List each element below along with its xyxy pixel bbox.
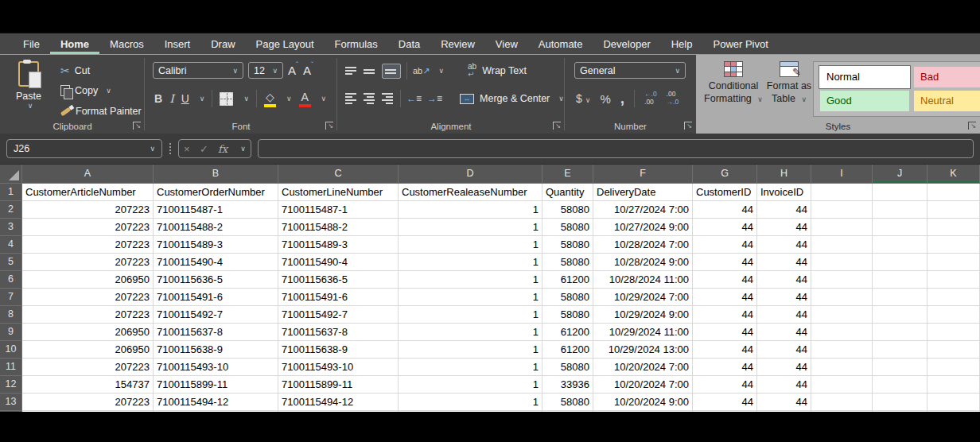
cell-C12[interactable]: 7100115899-11 (278, 376, 399, 394)
cell-A8[interactable]: 207223 (22, 306, 154, 324)
cell-E6[interactable]: 61200 (542, 271, 593, 289)
align-top-button[interactable] (345, 65, 358, 76)
cell-G8[interactable]: 44 (693, 306, 757, 324)
cell-E7[interactable]: 58080 (542, 289, 593, 306)
cell-K6[interactable] (928, 271, 980, 289)
cell-A4[interactable]: 207223 (22, 236, 154, 254)
cell-K9[interactable] (928, 324, 980, 341)
cell-E11[interactable]: 58080 (542, 359, 593, 376)
cell-D7[interactable]: 1 (399, 289, 542, 306)
decrease-indent-button[interactable]: ←≡ (406, 93, 422, 104)
tab-macros[interactable]: Macros (99, 33, 154, 54)
align-bottom-button[interactable] (382, 64, 401, 79)
orientation-button[interactable]: ab↗ (413, 66, 430, 76)
cell-I6[interactable] (811, 271, 873, 289)
cell-G7[interactable]: 44 (693, 289, 757, 306)
cell-B1[interactable]: CustomerOrderNumber (154, 184, 278, 201)
cell-H4[interactable]: 44 (757, 236, 811, 254)
column-header-C[interactable]: C (278, 165, 399, 184)
cell-A13[interactable]: 207223 (22, 394, 154, 411)
cell-J3[interactable] (873, 219, 928, 236)
cell-D3[interactable]: 1 (399, 219, 542, 236)
fill-color-button[interactable]: ◇ (264, 91, 276, 107)
cell-E12[interactable]: 33936 (542, 376, 593, 394)
cell-B13[interactable]: 7100115494-12 (154, 394, 278, 411)
borders-button[interactable] (220, 92, 233, 106)
cell-H9[interactable]: 44 (757, 324, 811, 341)
font-name-combo[interactable]: Calibri∨ (153, 62, 243, 79)
cell-F5[interactable]: 10/28/2024 9:00 (593, 254, 693, 271)
cell-F13[interactable]: 10/20/2024 9:00 (593, 394, 693, 411)
row-header-4[interactable]: 4 (0, 236, 22, 254)
cell-H1[interactable]: InvoiceID (757, 184, 811, 201)
cell-C8[interactable]: 7100115492-7 (278, 306, 399, 324)
cell-style-neutral[interactable]: Neutral (914, 91, 980, 111)
tab-automate[interactable]: Automate (528, 33, 593, 54)
conditional-formatting-button[interactable]: Conditional Formatting ∨ (702, 61, 764, 105)
cell-C7[interactable]: 7100115491-6 (278, 289, 399, 306)
decrease-decimal-button[interactable]: .00→.0 (667, 91, 679, 107)
cell-J4[interactable] (873, 236, 928, 254)
cell-I11[interactable] (811, 359, 873, 376)
cell-B9[interactable]: 7100115637-8 (154, 324, 278, 341)
cell-A11[interactable]: 207223 (22, 359, 154, 376)
font-color-button[interactable]: A (299, 91, 311, 107)
cell-A7[interactable]: 207223 (22, 289, 154, 306)
cell-C6[interactable]: 7100115636-5 (278, 271, 399, 289)
number-dialog-launcher[interactable]: ↘ (684, 122, 692, 130)
cell-J5[interactable] (873, 254, 928, 271)
cell-I4[interactable] (811, 236, 873, 254)
tab-help[interactable]: Help (661, 33, 703, 54)
align-right-button[interactable] (382, 91, 395, 106)
column-header-F[interactable]: F (593, 165, 693, 184)
cell-K10[interactable] (928, 341, 980, 359)
enter-icon[interactable]: ✓ (200, 143, 208, 155)
row-header-9[interactable]: 9 (0, 324, 22, 341)
tab-page-layout[interactable]: Page Layout (246, 33, 325, 54)
cell-D4[interactable]: 1 (399, 236, 542, 254)
cell-F8[interactable]: 10/29/2024 9:00 (593, 306, 693, 324)
cell-K2[interactable] (928, 201, 980, 219)
cell-E13[interactable]: 58080 (542, 394, 593, 411)
copy-button[interactable]: Copy ∨ (60, 85, 111, 96)
cell-I8[interactable] (811, 306, 873, 324)
cell-F3[interactable]: 10/27/2024 9:00 (593, 219, 693, 236)
cell-D1[interactable]: CustomerRealeaseNumber (399, 184, 542, 201)
cell-B3[interactable]: 7100115488-2 (154, 219, 278, 236)
cell-B2[interactable]: 7100115487-1 (154, 201, 278, 219)
tab-power-pivot[interactable]: Power Pivot (702, 33, 778, 54)
formula-input[interactable] (258, 139, 974, 158)
cell-C9[interactable]: 7100115637-8 (278, 324, 399, 341)
cell-K4[interactable] (928, 236, 980, 254)
cell-K7[interactable] (928, 289, 980, 306)
row-header-11[interactable]: 11 (0, 359, 22, 376)
insert-function-icon[interactable]: fx (218, 143, 228, 155)
cell-E10[interactable]: 61200 (542, 341, 593, 359)
font-dialog-launcher[interactable]: ↘ (325, 122, 333, 130)
align-left-button[interactable] (345, 91, 358, 106)
underline-button[interactable]: U (181, 92, 189, 105)
formula-bar-grip[interactable] (169, 143, 171, 154)
bold-button[interactable]: B (154, 92, 162, 105)
cell-H10[interactable]: 44 (757, 341, 811, 359)
wrap-text-button[interactable]: Wrap Text (482, 65, 527, 76)
format-painter-button[interactable]: Format Painter (60, 106, 142, 117)
cell-A3[interactable]: 207223 (22, 219, 154, 236)
cell-F6[interactable]: 10/28/2024 11:00 (593, 271, 693, 289)
cell-B7[interactable]: 7100115491-6 (154, 289, 278, 306)
cell-F1[interactable]: DeliveryDate (593, 184, 693, 201)
cancel-icon[interactable]: × (184, 143, 190, 155)
column-header-B[interactable]: B (154, 165, 278, 184)
cell-style-normal[interactable]: Normal (820, 67, 909, 87)
tab-file[interactable]: File (13, 33, 50, 54)
row-header-12[interactable]: 12 (0, 376, 22, 394)
column-header-A[interactable]: A (22, 165, 154, 184)
cell-J10[interactable] (873, 341, 928, 359)
percent-format-button[interactable]: % (600, 92, 610, 106)
column-header-J[interactable]: J (873, 165, 928, 184)
cell-K11[interactable] (928, 359, 980, 376)
cell-E1[interactable]: Quantity (542, 184, 593, 201)
cell-D10[interactable]: 1 (399, 341, 542, 359)
increase-indent-button[interactable]: →≡ (427, 93, 442, 104)
cell-J1[interactable] (873, 184, 928, 201)
